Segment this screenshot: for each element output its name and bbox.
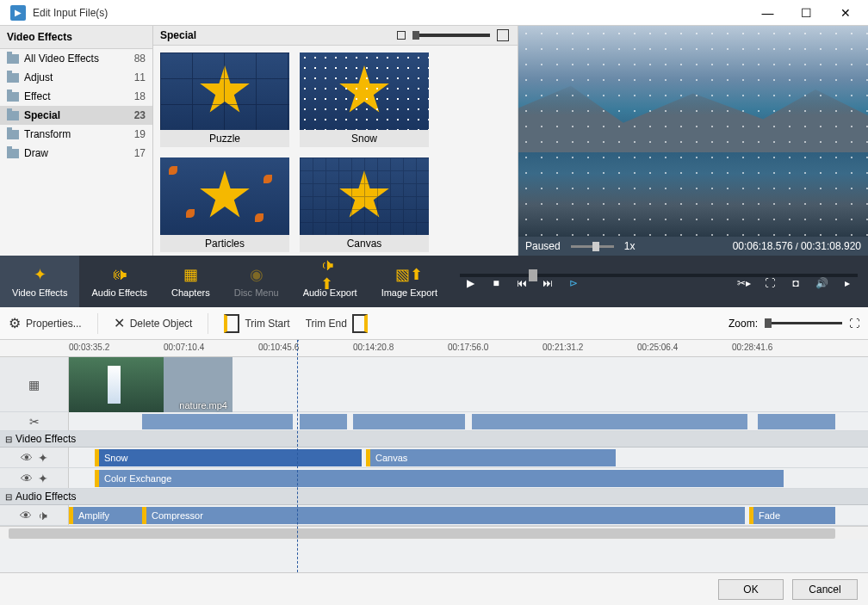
delete-object-button[interactable]: ✕ Delete Object	[114, 315, 193, 331]
fx-clip[interactable]: Canvas	[366, 449, 616, 466]
effects-panel: Special Puzzle Snow Particles Ca	[153, 26, 518, 256]
toolbar-video-effects[interactable]: ✦Video Effects	[0, 256, 79, 307]
speed-slider[interactable]	[571, 245, 614, 248]
video-effects-section[interactable]: ⊟Video Effects	[0, 431, 868, 448]
volume-icon[interactable]: 🔊	[813, 277, 830, 289]
audio-fx-clip[interactable]: Amplify	[69, 507, 142, 524]
effect-tile-puzzle[interactable]: Puzzle	[160, 52, 289, 147]
trim-start-icon	[224, 314, 239, 333]
eye-icon[interactable]: 👁	[20, 509, 32, 522]
cancel-button[interactable]: Cancel	[792, 579, 858, 600]
grid-small-icon[interactable]	[397, 31, 406, 40]
cut-track[interactable]	[69, 412, 868, 430]
trim-end-button[interactable]: Trim End	[306, 314, 368, 333]
category-item[interactable]: Draw17	[0, 144, 152, 163]
ruler-tick: 00:17:56.0	[448, 343, 488, 352]
audio-fx-track[interactable]: AmplifyCompressorFade	[69, 505, 868, 525]
cut-segment[interactable]	[142, 414, 293, 429]
image-export-icon: ▧⬆	[400, 265, 418, 284]
timeline: 00:03:35.200:07:10.400:10:45.600:14:20.8…	[0, 340, 868, 572]
cut-segment[interactable]	[353, 414, 465, 429]
loop-button[interactable]: ⊳	[565, 277, 582, 289]
category-item[interactable]: Transform19	[0, 125, 152, 144]
app-icon: ▶	[10, 5, 26, 21]
category-item[interactable]: Adjust11	[0, 68, 152, 87]
effect-label: Puzzle	[160, 130, 289, 147]
cut-segment[interactable]	[472, 414, 747, 429]
audio-effects-section[interactable]: ⊟Audio Effects	[0, 489, 868, 505]
audio-fx-clip[interactable]: Compressor	[142, 507, 245, 524]
snapshot-icon[interactable]: ◘	[787, 277, 804, 289]
total-time: 00:31:08.920	[801, 240, 861, 252]
prev-button[interactable]: ⏮	[513, 277, 530, 289]
preview-panel: Paused 1x 00:06:18.576 / 00:31:08.920	[518, 26, 868, 256]
star-icon: ✦	[38, 451, 48, 465]
play-button[interactable]: ▶	[462, 277, 479, 289]
next-button[interactable]: ⏭	[539, 277, 556, 289]
effect-tile-canvas[interactable]: Canvas	[300, 157, 429, 252]
toolbar-image-export[interactable]: ▧⬆Image Export	[369, 256, 450, 307]
thumb-size-slider[interactable]	[412, 34, 490, 37]
horizontal-scrollbar[interactable]	[0, 526, 868, 540]
audio-fx-clip[interactable]	[245, 507, 745, 524]
time-ruler[interactable]: 00:03:35.200:07:10.400:10:45.600:14:20.8…	[0, 340, 868, 357]
effect-tile-particles[interactable]: Particles	[160, 157, 289, 252]
zoom-fit-icon[interactable]: ⛶	[849, 318, 859, 330]
close-button[interactable]: ✕	[826, 1, 865, 25]
properties-button[interactable]: ⚙ Properties...	[9, 315, 82, 331]
effect-label: Particles	[160, 235, 289, 252]
cut-icon[interactable]: ✂▸	[735, 277, 753, 289]
cut-segment[interactable]	[300, 414, 347, 429]
delete-icon: ✕	[114, 315, 125, 331]
category-item[interactable]: All Video Effects88	[0, 49, 152, 68]
toolbar-audio-effects[interactable]: 🕪Audio Effects	[79, 256, 159, 307]
ruler-tick: 00:28:41.6	[732, 343, 772, 352]
film-icon: ▦	[181, 265, 200, 284]
star-icon: ✦	[38, 472, 48, 485]
eye-icon[interactable]: 👁	[21, 451, 33, 465]
minimize-button[interactable]: —	[748, 1, 787, 25]
fx-track-1[interactable]: SnowCanvas	[69, 448, 868, 467]
fx-clip[interactable]: Snow	[95, 449, 362, 466]
toolbar-chapters[interactable]: ▦Chapters	[159, 256, 222, 307]
ruler-tick: 00:07:10.4	[164, 343, 204, 352]
grid-large-icon[interactable]	[497, 29, 509, 41]
ruler-tick: 00:03:35.2	[69, 343, 109, 352]
video-clip[interactable]: nature.mp4	[69, 357, 232, 412]
playback-speed: 1x	[624, 240, 636, 252]
effect-label: Snow	[300, 130, 429, 147]
effect-tile-snow[interactable]: Snow	[300, 52, 429, 147]
fx-track-2[interactable]: Color Exchange	[69, 468, 868, 488]
ok-button[interactable]: OK	[718, 579, 784, 600]
gear-icon: ⚙	[9, 315, 21, 331]
speaker-icon: 🕪	[110, 265, 129, 284]
preview-viewport[interactable]	[518, 26, 868, 237]
eye-icon[interactable]: 👁	[21, 472, 33, 485]
toolbar-audio-export[interactable]: 🕩⬆Audio Export	[291, 256, 369, 307]
ruler-tick: 00:25:06.4	[637, 343, 678, 352]
maximize-button[interactable]: ☐	[787, 1, 826, 25]
category-item[interactable]: Special23	[0, 106, 152, 125]
ruler-tick: 00:21:31.2	[542, 343, 583, 352]
fx-clip[interactable]: Color Exchange	[95, 470, 784, 487]
timeline-seek-bar[interactable]	[460, 274, 858, 277]
film-icon: ▦	[28, 378, 40, 392]
category-item[interactable]: Effect18	[0, 87, 152, 106]
trim-end-icon	[352, 314, 368, 333]
volume-expand-icon[interactable]: ▸	[839, 277, 856, 289]
effect-label: Canvas	[300, 235, 429, 252]
playhead[interactable]	[297, 340, 298, 572]
stop-button[interactable]: ■	[487, 277, 505, 289]
fullscreen-icon[interactable]: ⛶	[761, 277, 778, 289]
cut-segment[interactable]	[758, 414, 835, 429]
video-track[interactable]: nature.mp4	[69, 357, 868, 411]
ruler-tick: 00:10:45.6	[258, 343, 299, 352]
audio-icon: 🕩	[37, 509, 49, 522]
audio-fx-clip[interactable]: Fade	[749, 507, 835, 524]
zoom-slider[interactable]	[765, 322, 842, 324]
folder-icon	[7, 92, 19, 102]
folder-icon	[7, 111, 19, 120]
disc-icon: ◉	[247, 265, 266, 284]
trim-start-button[interactable]: Trim Start	[224, 314, 289, 333]
window-title: Edit Input File(s)	[33, 7, 748, 19]
